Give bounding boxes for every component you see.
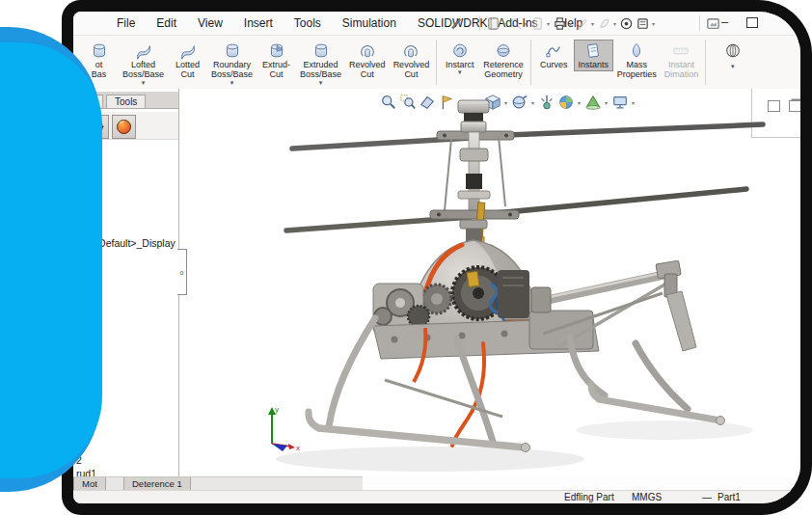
origin-triad: y x bbox=[258, 403, 303, 453]
dropdown-caret-icon[interactable]: ▾ bbox=[613, 20, 616, 27]
button-label: Instants bbox=[578, 60, 609, 69]
ribbon-separator bbox=[530, 40, 531, 85]
minimize-button[interactable]: – bbox=[721, 17, 728, 27]
toolbar-separator bbox=[479, 15, 480, 31]
button-label: Revolved bbox=[349, 60, 386, 69]
lofted-boss-icon bbox=[133, 41, 154, 60]
boundary-boss-icon bbox=[222, 41, 243, 60]
appearance-sphere-icon bbox=[116, 119, 132, 135]
record-icon[interactable] bbox=[619, 16, 634, 31]
triad-x-label: x bbox=[296, 444, 300, 452]
status-units[interactable]: MMGS bbox=[632, 491, 662, 503]
button-label: Instant bbox=[668, 60, 694, 69]
button-label: Curves bbox=[540, 60, 568, 69]
ribbon-lofted-cut-button[interactable]: Lotted Cut bbox=[168, 40, 207, 82]
dropdown-caret-icon[interactable]: ▾ bbox=[142, 80, 146, 86]
ribbon-instarct-button[interactable]: Instarct ▾ bbox=[440, 40, 479, 77]
status-editing-mode: Edfling Part bbox=[564, 491, 614, 503]
button-label: Reterence bbox=[483, 60, 524, 69]
extruded-boss-icon bbox=[311, 41, 332, 60]
reference-geometry-icon bbox=[493, 41, 514, 60]
button-label: Lotted bbox=[176, 60, 200, 69]
mass-properties-icon bbox=[626, 41, 647, 60]
child-cascade-icon[interactable] bbox=[789, 100, 800, 112]
ribbon-curves-button[interactable]: Curves bbox=[534, 40, 574, 71]
button-label: Dimation bbox=[664, 69, 699, 79]
ribbon-boundary-boss-button[interactable]: Roundary Boss/Base ▾ bbox=[207, 40, 257, 88]
ribbon-mass-properties-button[interactable]: Mass Properties bbox=[613, 40, 661, 82]
menu-file[interactable]: File bbox=[106, 16, 146, 30]
tab-motion-study[interactable]: Deterence 1 bbox=[123, 477, 191, 491]
status-document-name: Part1 bbox=[717, 491, 741, 503]
dropdown-caret-icon[interactable]: ▾ bbox=[502, 20, 505, 27]
study-tab-strip: Mot Deterence 1 bbox=[73, 476, 363, 491]
button-label: Cut bbox=[404, 69, 418, 79]
pin-menu-icon[interactable] bbox=[449, 15, 463, 30]
tab-tools[interactable]: Tools bbox=[106, 95, 146, 108]
wrap-sphere-icon bbox=[722, 41, 744, 60]
button-label: Cut bbox=[181, 69, 195, 79]
instant-dimension-icon bbox=[670, 41, 691, 60]
extrude-base-icon bbox=[89, 41, 110, 60]
button-label: Cut bbox=[361, 69, 374, 79]
button-label: ot bbox=[95, 60, 103, 69]
menu-edit[interactable]: Edit bbox=[146, 16, 187, 30]
button-label: Revolved bbox=[393, 60, 430, 69]
ribbon-extruded-cut-button[interactable]: Extrud- Cut bbox=[257, 40, 296, 82]
ribbon-instants-button[interactable]: Instants bbox=[574, 40, 613, 71]
dropdown-caret-icon[interactable]: ▾ bbox=[525, 20, 528, 27]
button-label: Extrud- bbox=[262, 60, 290, 69]
instants-icon bbox=[582, 41, 604, 60]
ribbon-extruded-boss-button[interactable]: Extruded Boss/Base ▾ bbox=[296, 40, 345, 88]
panel-splitter-handle[interactable]: o bbox=[177, 249, 187, 295]
dropdown-caret-icon[interactable]: ▾ bbox=[458, 69, 462, 75]
button-label: Extruded bbox=[304, 60, 338, 69]
document-icon[interactable] bbox=[530, 16, 545, 31]
dropdown-caret-icon[interactable]: ▾ bbox=[731, 64, 735, 69]
dropdown-caret-icon[interactable]: ▾ bbox=[319, 80, 323, 86]
pen-icon[interactable] bbox=[575, 16, 589, 31]
image-icon[interactable] bbox=[706, 16, 720, 31]
revolved-cut-icon bbox=[357, 41, 378, 60]
button-label: Geometry bbox=[484, 69, 523, 79]
ribbon-revolved-cut-button[interactable]: Revolved Cut bbox=[345, 40, 390, 82]
ribbon-separator bbox=[436, 40, 437, 85]
instant3d-icon bbox=[449, 41, 471, 60]
notebook-icon[interactable] bbox=[486, 16, 501, 31]
status-separator: — bbox=[702, 491, 712, 503]
ribbon-revolved-cut-button-2[interactable]: Revolved Cut bbox=[390, 40, 434, 82]
menu-bar: File Edit View Insert Tools Simulation S… bbox=[73, 12, 800, 36]
printer-icon[interactable] bbox=[553, 16, 567, 31]
curves-icon bbox=[543, 41, 564, 60]
blue-frame-inner bbox=[0, 42, 102, 478]
toolbar-separator bbox=[699, 15, 700, 31]
dropdown-caret-icon[interactable]: ▾ bbox=[547, 20, 550, 27]
menu-simulation[interactable]: Simulation bbox=[332, 16, 407, 30]
ribbon-separator bbox=[705, 40, 706, 85]
card-icon[interactable] bbox=[636, 16, 650, 31]
dropdown-caret-icon[interactable]: ▾ bbox=[569, 20, 572, 27]
application-window: File Edit View Insert Tools Simulation S… bbox=[73, 12, 800, 503]
dropdown-caret-icon[interactable]: ▾ bbox=[591, 20, 594, 27]
stage: File Edit View Insert Tools Simulation S… bbox=[0, 0, 812, 515]
button-label: Lofted bbox=[131, 60, 155, 69]
menu-tools[interactable]: Tools bbox=[284, 16, 332, 30]
ribbon-toolbar: ot Bas Lofted Boss/Base ▾ Lotted Cut Rou… bbox=[73, 36, 800, 94]
loupe-icon[interactable] bbox=[508, 16, 523, 31]
dropdown-caret-icon[interactable]: ▾ bbox=[230, 80, 234, 86]
leaf-icon[interactable] bbox=[597, 16, 611, 31]
lofted-cut-icon bbox=[177, 41, 199, 60]
tab-model[interactable]: Mot bbox=[73, 477, 106, 491]
appearance-button[interactable] bbox=[112, 115, 136, 139]
dropdown-caret-icon[interactable]: ▾ bbox=[652, 20, 655, 27]
ribbon-instant-dimension-button: Instant Dimation bbox=[661, 40, 703, 82]
menu-insert[interactable]: Insert bbox=[233, 16, 284, 30]
graphics-viewport[interactable]: ▾ ▾ ▾ ▾ ▾ ▾ bbox=[179, 89, 800, 477]
button-label: Bas bbox=[92, 69, 107, 79]
restore-button[interactable] bbox=[746, 17, 758, 28]
menu-view[interactable]: View bbox=[187, 16, 233, 30]
ribbon-lofted-boss-button[interactable]: Lofted Boss/Base ▾ bbox=[119, 40, 168, 88]
ribbon-wrap-button[interactable]: ▾ bbox=[713, 40, 752, 71]
button-label: Properties bbox=[617, 69, 657, 79]
ribbon-reference-geometry-button[interactable]: Reterence Geometry bbox=[479, 40, 528, 82]
